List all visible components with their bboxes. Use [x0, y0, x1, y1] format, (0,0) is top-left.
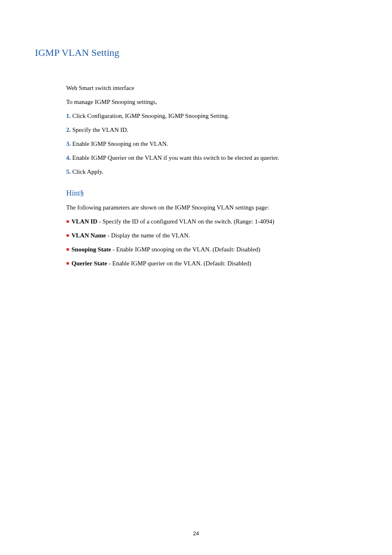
- page-number: 24: [0, 530, 392, 537]
- step-number: 2.: [66, 127, 71, 133]
- hint-heading: Hint§: [66, 188, 357, 199]
- step-number: 3.: [66, 140, 71, 147]
- bullet-term: Snooping State: [71, 246, 111, 253]
- intro-line-2: To manage IGMP Snooping settings,: [66, 98, 357, 106]
- step-2: 2. Specify the VLAN ID.: [66, 126, 357, 134]
- bullet-desc: - Specify the ID of a configured VLAN on…: [97, 218, 274, 225]
- step-text: Specify the VLAN ID.: [71, 127, 128, 133]
- step-text: Enable IGMP Querier on the VLAN if you w…: [71, 154, 279, 161]
- document-content: IGMP VLAN Setting Web Smart switch inter…: [0, 0, 392, 268]
- step-number: 4.: [66, 154, 71, 161]
- step-text: Click Apply.: [71, 168, 103, 175]
- bullet-term: Querier State: [71, 260, 107, 267]
- bullet-item-2: ■ VLAN Name - Display the name of the VL…: [66, 231, 357, 240]
- hint-intro: The following parameters are shown on th…: [66, 203, 357, 212]
- bullet-item-4: ■ Querier State - Enable IGMP querier on…: [66, 259, 357, 268]
- bullet-term: VLAN Name: [71, 232, 106, 239]
- bullet-item-1: ■ VLAN ID - Specify the ID of a configur…: [66, 217, 357, 226]
- main-heading: IGMP VLAN Setting: [35, 47, 357, 58]
- square-bullet-icon: ■: [66, 246, 69, 252]
- step-text: Enable IGMP Snooping on the VLAN.: [71, 140, 168, 147]
- step-1: 1. Click Configuration, IGMP Snooping, I…: [66, 112, 357, 120]
- intro-line-1: Web Smart switch interface: [66, 84, 357, 92]
- square-bullet-icon: ■: [66, 233, 69, 238]
- body-section: Web Smart switch interface To manage IGM…: [35, 84, 357, 268]
- step-3: 3. Enable IGMP Snooping on the VLAN.: [66, 140, 357, 148]
- bullet-item-3: ■ Snooping State - Enable IGMP snooping …: [66, 245, 357, 254]
- square-bullet-icon: ■: [66, 260, 69, 266]
- bullet-desc: - Enable IGMP snooping on the VLAN. (Def…: [111, 246, 260, 253]
- step-number: 1.: [66, 113, 71, 119]
- bullet-term: VLAN ID: [71, 218, 97, 225]
- step-text: Click Configuration, IGMP Snooping, IGMP…: [71, 113, 229, 119]
- bullet-desc: - Enable IGMP querier on the VLAN. (Defa…: [107, 260, 251, 267]
- bullet-desc: - Display the name of the VLAN.: [106, 232, 190, 239]
- square-bullet-icon: ■: [66, 219, 69, 224]
- step-number: 5.: [66, 168, 71, 175]
- step-5: 5. Click Apply.: [66, 168, 357, 176]
- step-4: 4. Enable IGMP Querier on the VLAN if yo…: [66, 154, 357, 162]
